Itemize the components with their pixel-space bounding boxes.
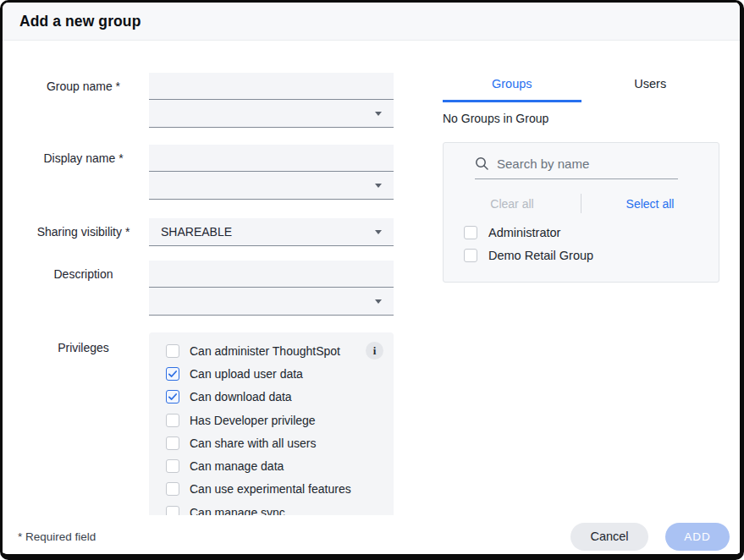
select-field[interactable] [149,172,394,200]
dialog-header: Add a new group [3,3,740,41]
privileges-label: Privileges [3,332,149,515]
privilege-row-can-download-data: Can download data i [149,386,394,409]
form-row-group-name: Group name * [3,73,394,128]
option-checkbox[interactable] [464,226,477,239]
privilege-label: Can share with all users [190,436,316,450]
field-label: Description [3,261,149,316]
privilege-label: Can download data [190,390,292,404]
privilege-checkbox[interactable] [166,390,179,404]
chevron-down-icon [375,112,382,116]
form-row-sharing-visibility: Sharing visibility * SHAREABLE [3,218,394,246]
dialog-body: Group name * Display name * Sharing visi… [3,41,740,515]
search-row [475,156,678,179]
search-input[interactable] [497,156,678,171]
dialog-footer: * Required field Cancel ADD [3,515,740,554]
cancel-button[interactable]: Cancel [570,523,648,551]
clear-all-button[interactable]: Clear all [444,197,581,211]
description-input[interactable] [149,261,394,288]
privilege-label: Can manage data [190,459,284,473]
field-cell: SHAREABLE [149,218,394,246]
privilege-row-can-use-experimental-features: Can use experimental features i [149,478,394,501]
display-name-input[interactable] [149,145,394,172]
privilege-row-has-developer-privilege: Has Developer privilege i [149,409,394,431]
privileges-row: Privileges Can administer ThoughtSpot i … [3,332,394,515]
option-checkbox[interactable] [464,249,477,262]
field-label: Sharing visibility * [3,218,149,246]
privilege-checkbox[interactable] [166,344,179,358]
privilege-row-can-upload-user-data: Can upload user data i [149,362,394,385]
field-cell [149,261,394,316]
field-cell [149,73,394,128]
select-field[interactable] [149,288,394,316]
privilege-checkbox[interactable] [166,506,179,515]
option-label: Administrator [488,226,560,239]
list-item-demo-retail-group: Demo Retail Group [464,249,719,262]
privilege-checkbox[interactable] [166,367,179,381]
info-icon[interactable]: i [366,342,383,360]
chevron-down-icon [375,230,382,234]
search-icon [475,156,489,171]
required-field-note: * Required field [18,530,96,543]
group-form: Group name * Display name * Sharing visi… [3,41,394,515]
chevron-down-icon [375,299,382,304]
privileges-panel: Can administer ThoughtSpot i Can upload … [149,332,394,515]
privilege-row-can-manage-sync: Can manage sync i [149,501,394,515]
membership-section: GroupsUsers No Groups in Group Clear all… [443,41,719,515]
field-label: Group name * [3,73,149,128]
select-field[interactable] [149,100,394,128]
privilege-row-can-administer-thoughtspot: Can administer ThoughtSpot i [149,339,394,362]
add-button[interactable]: ADD [665,523,730,551]
privilege-checkbox[interactable] [166,482,179,496]
privilege-label: Can upload user data [190,367,303,381]
sharing-visibility-select[interactable]: SHAREABLE [149,218,394,246]
bulk-actions-row: Clear all Select all [444,194,719,213]
membership-tabs: GroupsUsers [443,75,719,102]
form-row-description: Description [3,261,394,316]
add-group-dialog: Add a new group Group name * Display nam… [0,0,744,560]
select-all-button[interactable]: Select all [581,197,719,211]
privilege-row-can-share-with-all-users: Can share with all users i [149,431,394,454]
list-item-administrator: Administrator [464,226,719,239]
privilege-label: Can manage sync [190,506,285,515]
privilege-checkbox[interactable] [166,414,179,427]
field-label: Display name * [3,145,149,200]
member-picker-panel: Clear all Select all Administrator Demo … [443,142,719,283]
option-label: Demo Retail Group [488,249,593,262]
chevron-down-icon [375,184,382,188]
privilege-checkbox[interactable] [166,436,179,450]
privilege-row-can-manage-data: Can manage data i [149,454,394,477]
page-title: Add a new group [19,13,141,30]
tab-users[interactable]: Users [581,75,720,102]
group-name-input[interactable] [149,73,394,100]
privilege-label: Can administer ThoughtSpot [190,344,340,358]
select-value: SHAREABLE [161,225,232,239]
privilege-label: Has Developer privilege [190,414,316,427]
empty-state-message: No Groups in Group [443,112,719,125]
form-row-display-name: Display name * [3,145,394,200]
privilege-checkbox[interactable] [166,459,179,473]
tab-groups[interactable]: Groups [443,75,581,102]
field-cell [149,145,394,200]
privilege-label: Can use experimental features [190,482,351,496]
